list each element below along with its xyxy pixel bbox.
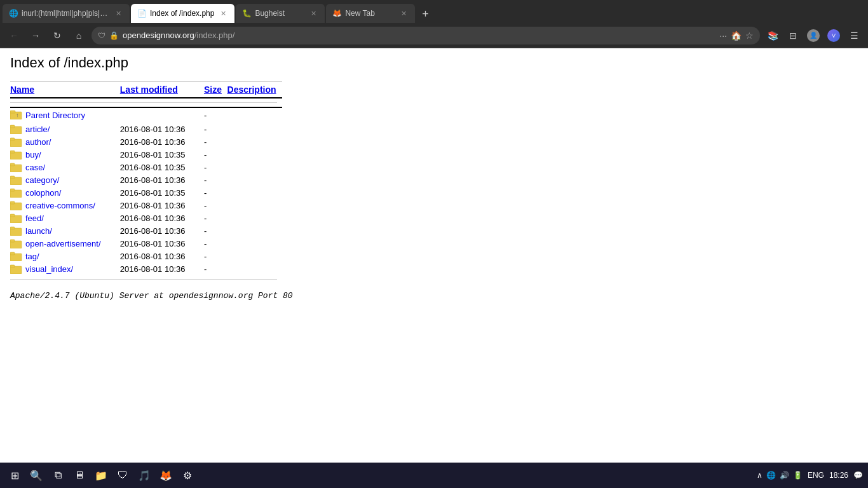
entry-10-name-cell: tag/ [10,250,120,262]
entry-1-size: - [204,135,227,148]
url-bar[interactable]: 🛡 🔒 opendesignnow.org/index.php/ ··· 🏠 ☆ [92,27,760,44]
taskbar-left: ⊞ 🔍 ⧉ 🖥 📁 🛡 🎵 🦊 ⚙ [5,466,197,485]
table-row: open-advertisement/ 2016-08-01 10:36- [10,237,282,250]
back-button[interactable]: ← [5,27,23,44]
folder-icon [10,226,23,236]
entry-4-link[interactable]: category/ [25,175,59,185]
security-taskbar-button[interactable]: 🛡 [113,466,132,485]
tray-volume: 🔊 [780,471,789,480]
entry-3-desc [227,161,282,173]
files-button[interactable]: 📁 [92,466,111,485]
vpn-icon[interactable]: V [825,27,843,44]
entry-1-modified: 2016-08-01 10:36 [120,135,204,148]
menu-button[interactable]: ☰ [845,27,863,44]
settings-taskbar-button[interactable]: ⚙ [178,466,197,485]
media-button[interactable]: 🎵 [135,466,154,485]
entry-1-link[interactable]: author/ [25,137,51,147]
entry-1-name-cell: author/ [10,135,120,148]
start-button[interactable]: ⊞ [5,466,24,485]
entry-6-size: - [204,199,227,212]
entry-8-link[interactable]: launch/ [25,226,52,236]
tab-3-title: Bugheist [255,9,304,18]
tab-3[interactable]: 🐛 Bugheist ✕ [236,4,325,23]
entry-10-link[interactable]: tag/ [25,252,39,261]
forward-button[interactable]: → [27,27,44,44]
task-view-button[interactable]: ⧉ [48,466,67,485]
entry-5-link[interactable]: colophon/ [25,188,61,198]
bookmark-star-icon[interactable]: ☆ [745,30,754,41]
size-sort-link[interactable]: Size [204,85,222,95]
entry-2-size: - [204,148,227,161]
folder-icon [10,175,23,185]
page-content: Index of /index.php Name Last modified S… [0,48,868,463]
modified-sort-link[interactable]: Last modified [120,85,178,95]
parent-dir-icon: ↑ [10,109,23,121]
entry-7-modified: 2016-08-01 10:36 [120,212,204,224]
entry-3-modified: 2016-08-01 10:35 [120,161,204,173]
tab-2[interactable]: 📄 Index of /index.php ✕ [131,4,234,23]
svg-rect-12 [10,176,15,179]
col-header-description: Description [227,82,282,98]
desktop-button[interactable]: 🖥 [70,466,89,485]
parent-dir-modified [120,107,204,123]
firefox-taskbar-button[interactable]: 🦊 [156,466,175,485]
entry-11-desc [227,262,282,275]
sidebar-icon[interactable]: ⊟ [784,27,802,44]
entry-10-modified: 2016-08-01 10:36 [120,250,204,262]
col-header-modified: Last modified [120,82,204,98]
entry-2-link[interactable]: buy/ [25,150,41,159]
entry-0-link[interactable]: article/ [25,125,50,134]
entry-5-desc [227,186,282,199]
pocket-icon[interactable]: 🏠 [731,30,742,41]
taskbar-clock: 18:26 [829,471,848,480]
entry-0-size: - [204,123,227,135]
parent-dir-link[interactable]: Parent Directory [25,111,85,120]
entry-11-link[interactable]: visual_index/ [25,264,73,274]
entry-3-link[interactable]: case/ [25,163,45,172]
tab-2-close[interactable]: ✕ [218,8,228,18]
entry-11-name-cell: visual_index/ [10,262,120,275]
tab-1-close[interactable]: ✕ [113,8,123,18]
library-icon[interactable]: 📚 [764,27,782,44]
new-tab-button[interactable]: + [416,5,434,23]
entry-0-modified: 2016-08-01 10:36 [120,123,204,135]
more-options-icon[interactable]: ··· [719,30,727,41]
entry-9-desc [227,237,282,250]
profile-icon[interactable]: 👤 [804,27,822,44]
language-indicator[interactable]: ENG [808,471,824,480]
table-row: case/ 2016-08-01 10:35- [10,161,282,173]
entry-9-size: - [204,237,227,250]
entry-7-link[interactable]: feed/ [25,214,44,223]
reload-button[interactable]: ↻ [48,27,66,44]
table-row: buy/ 2016-08-01 10:35- [10,148,282,161]
entry-6-link[interactable]: creative-commons/ [25,201,95,210]
entry-10-desc [227,250,282,262]
svg-rect-16 [10,201,15,204]
tab-2-favicon: 📄 [137,9,146,18]
tab-1-favicon: 🌐 [9,9,18,18]
entry-5-size: - [204,186,227,199]
entry-10-size: - [204,250,227,262]
col-header-name: Name [10,82,120,98]
col-header-size: Size [204,82,227,98]
entry-1-desc [227,135,282,148]
folder-icon [10,238,23,248]
tab-4[interactable]: 🦊 New Tab ✕ [326,4,415,23]
entry-3-name-cell: case/ [10,161,120,173]
home-button[interactable]: ⌂ [70,27,88,44]
entry-9-link[interactable]: open-advertisement/ [25,239,101,248]
tab-3-close[interactable]: ✕ [308,8,318,18]
notification-button[interactable]: 💬 [853,471,863,480]
name-sort-link[interactable]: Name [10,85,34,95]
header-divider [10,102,277,103]
svg-rect-26 [10,265,15,268]
description-sort-link[interactable]: Description [227,85,276,95]
tab-4-close[interactable]: ✕ [398,8,409,18]
entry-8-name-cell: launch/ [10,224,120,237]
tab-1[interactable]: 🌐 inurl:(html|html|php|pls|txt) int... ✕ [3,4,130,23]
tray-expand[interactable]: ∧ [757,471,763,480]
page-title: Index of /index.php [10,55,858,71]
url-path: /index.php/ [194,30,235,40]
search-taskbar-button[interactable]: 🔍 [27,466,46,485]
entry-2-desc [227,148,282,161]
